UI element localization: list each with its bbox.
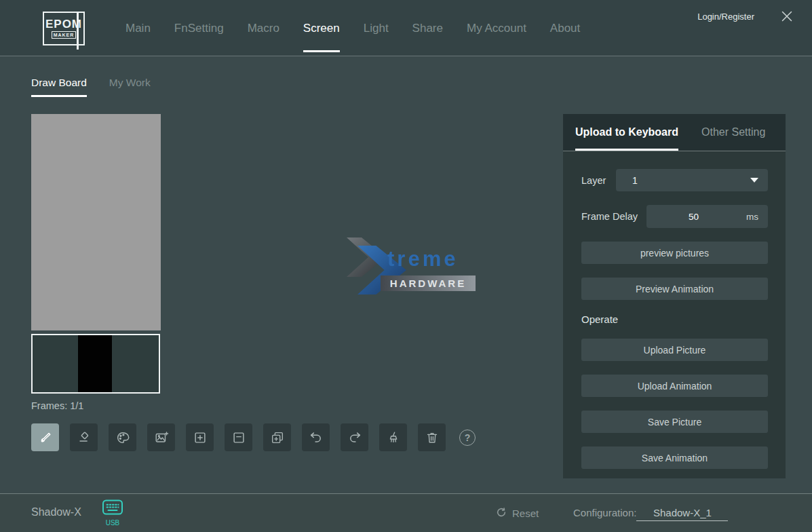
login-register-link[interactable]: Login/Register — [697, 12, 754, 22]
status-bar: Shadow-X USB Reset Configuration: Shadow… — [0, 493, 812, 532]
reset-refresh-icon — [496, 507, 507, 520]
frames-counter: Frames: 1/1 — [31, 400, 83, 411]
upload-panel: Upload to Keyboard Other Setting Layer 1… — [563, 114, 786, 478]
watermark-title: treme — [387, 247, 458, 271]
configuration-label: Configuration: — [573, 507, 636, 518]
layer-label: Layer — [581, 175, 616, 186]
save-animation-button[interactable]: Save Animation — [581, 446, 768, 469]
nav-item-my-account[interactable]: My Account — [467, 0, 526, 56]
watermark-subtitle: HARDWARE — [381, 276, 476, 291]
preview-pictures-button[interactable]: preview pictures — [581, 242, 768, 264]
upload-animation-button[interactable]: Upload Animation — [581, 375, 768, 397]
trash-icon — [425, 430, 440, 445]
keyboard-usb-icon — [102, 507, 123, 518]
brush-tool-button[interactable] — [31, 423, 59, 451]
import-image-button[interactable] — [147, 423, 175, 451]
layer-row: Layer 1 — [581, 169, 768, 191]
brush-icon — [38, 430, 53, 445]
nav-item-main[interactable]: Main — [125, 0, 151, 56]
tab-my-work[interactable]: My Work — [109, 77, 151, 97]
frame-delay-label: Frame Delay — [581, 211, 646, 222]
usb-device-indicator[interactable]: USB — [100, 499, 125, 527]
layer-selected-value: 1 — [632, 175, 750, 186]
nav-item-macro[interactable]: Macro — [248, 0, 279, 56]
frame-delay-unit: ms — [746, 212, 758, 222]
chevron-down-icon — [750, 178, 758, 183]
nav-item-screen[interactable]: Screen — [303, 0, 340, 56]
close-icon[interactable] — [779, 9, 794, 24]
xtreme-hardware-watermark: treme HARDWARE — [343, 238, 478, 296]
panel-body: Layer 1 Frame Delay ms preview pictures … — [563, 151, 786, 469]
tab-draw-board[interactable]: Draw Board — [31, 77, 87, 97]
square-minus-icon — [231, 430, 246, 445]
undo-button[interactable] — [302, 423, 330, 451]
nav-item-about[interactable]: About — [550, 0, 580, 56]
square-plus-icon — [193, 430, 208, 445]
palette-tool-button[interactable] — [109, 423, 136, 451]
draw-toolbar: ? — [31, 423, 476, 451]
nav-item-light[interactable]: Light — [364, 0, 389, 56]
eraser-tool-button[interactable] — [70, 423, 98, 451]
configuration-field: Configuration: Shadow-X_1 — [573, 507, 728, 521]
preview-animation-button[interactable]: Preview Animation — [581, 278, 768, 300]
eraser-icon — [77, 430, 92, 445]
redo-arrow-icon — [347, 430, 362, 445]
usb-label: USB — [100, 519, 125, 527]
delete-button[interactable] — [418, 423, 446, 451]
panel-tabs: Upload to Keyboard Other Setting — [563, 114, 786, 151]
help-icon[interactable]: ? — [459, 430, 476, 446]
redo-button[interactable] — [341, 423, 368, 451]
device-name: Shadow-X — [31, 506, 81, 518]
clean-board-button[interactable] — [379, 423, 407, 451]
preview-black-bar — [78, 335, 112, 392]
nav-item-share[interactable]: Share — [412, 0, 443, 56]
main-nav: Main FnSetting Macro Screen Light Share … — [125, 0, 580, 56]
nav-item-fnsetting[interactable]: FnSetting — [174, 0, 224, 56]
broom-icon — [386, 430, 401, 445]
logo-text-bottom: MAKER — [52, 31, 77, 39]
help-glyph: ? — [465, 432, 471, 443]
operate-section-label: Operate — [581, 314, 768, 325]
frame-preview-thumbnail[interactable] — [31, 334, 160, 394]
undo-arrow-icon — [309, 430, 324, 445]
save-picture-button[interactable]: Save Picture — [581, 411, 768, 433]
duplicate-frame-button[interactable] — [263, 423, 291, 451]
copy-plus-icon — [270, 430, 285, 445]
remove-frame-button[interactable] — [225, 423, 252, 451]
header-bar: EPOM MAKER Main FnSetting Macro Screen L… — [0, 0, 812, 56]
epomaker-logo: EPOM MAKER — [43, 12, 85, 45]
reset-button[interactable]: Reset — [496, 507, 539, 520]
epomaker-app-window: EPOM MAKER Main FnSetting Macro Screen L… — [0, 0, 812, 532]
image-plus-icon — [154, 430, 169, 445]
palette-icon — [115, 430, 130, 445]
configuration-value[interactable]: Shadow-X_1 — [636, 507, 728, 521]
tab-upload-to-keyboard[interactable]: Upload to Keyboard — [575, 114, 678, 151]
frame-delay-input[interactable] — [646, 211, 741, 223]
frame-delay-row: Frame Delay ms — [581, 205, 768, 228]
tab-other-setting[interactable]: Other Setting — [701, 114, 765, 151]
frame-delay-box: ms — [646, 205, 768, 228]
layer-select[interactable]: 1 — [616, 169, 768, 191]
screen-subtabs: Draw Board My Work — [31, 77, 151, 97]
logo-text-top: EPOM — [45, 18, 82, 30]
reset-label: Reset — [512, 508, 539, 519]
add-frame-button[interactable] — [186, 423, 214, 451]
upload-picture-button[interactable]: Upload Picture — [581, 339, 768, 361]
draw-canvas[interactable] — [31, 114, 161, 330]
